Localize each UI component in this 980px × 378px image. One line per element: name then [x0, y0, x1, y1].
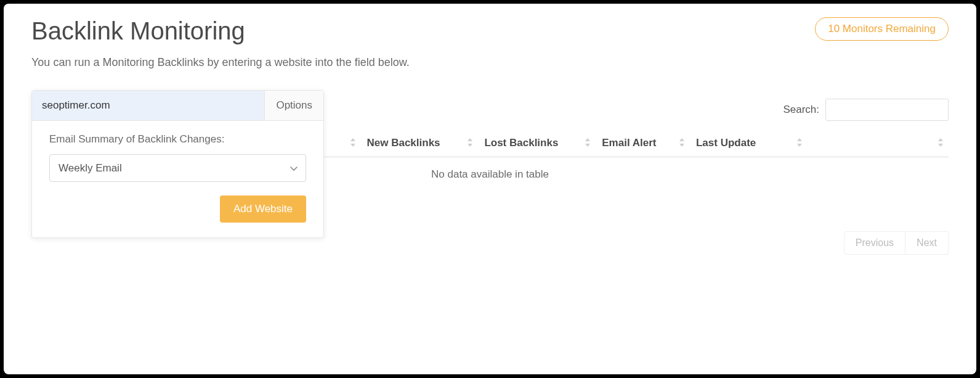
page-subtitle: You can run a Monitoring Backlinks by en…	[31, 56, 949, 69]
col-email-alert-label: Email Alert	[602, 137, 656, 149]
sort-icon	[585, 138, 591, 147]
sort-icon	[937, 138, 944, 147]
search-label: Search:	[783, 104, 819, 116]
page-frame: Backlink Monitoring 10 Monitors Remainin…	[4, 4, 976, 374]
popover-actions: Add Website	[49, 195, 306, 223]
col-email-alert[interactable]: Email Alert	[596, 129, 690, 157]
previous-button[interactable]: Previous	[844, 231, 905, 255]
monitors-remaining-badge: 10 Monitors Remaining	[815, 17, 949, 41]
sort-icon	[467, 138, 473, 147]
sort-icon	[350, 138, 356, 147]
col-last-update-label: Last Update	[696, 137, 756, 149]
email-summary-label: Email Summary of Backlink Changes:	[49, 133, 306, 146]
popover-tabs: seoptimer.com Options	[32, 91, 323, 121]
email-frequency-select-wrap: Weekly Email	[49, 154, 306, 182]
page-title: Backlink Monitoring	[31, 17, 245, 45]
col-lost-backlinks[interactable]: Lost Backlinks	[478, 129, 596, 157]
popover-body: Email Summary of Backlink Changes: Weekl…	[32, 121, 323, 237]
add-website-button[interactable]: Add Website	[220, 195, 306, 223]
header-row: Backlink Monitoring 10 Monitors Remainin…	[31, 17, 949, 56]
col-new-backlinks-label: New Backlinks	[367, 137, 440, 149]
email-frequency-select[interactable]: Weekly Email	[49, 154, 306, 182]
col-new-backlinks[interactable]: New Backlinks	[361, 129, 479, 157]
search-input[interactable]	[825, 99, 949, 121]
col-actions[interactable]	[808, 129, 949, 157]
col-lost-backlinks-label: Lost Backlinks	[484, 137, 558, 149]
next-button[interactable]: Next	[905, 231, 949, 255]
options-tab[interactable]: Options	[264, 91, 323, 120]
col-last-update[interactable]: Last Update	[690, 129, 808, 157]
add-website-popover: seoptimer.com Options Email Summary of B…	[31, 90, 324, 238]
sort-icon	[679, 138, 685, 147]
sort-icon	[796, 138, 803, 147]
website-input-tab[interactable]: seoptimer.com	[32, 91, 264, 120]
